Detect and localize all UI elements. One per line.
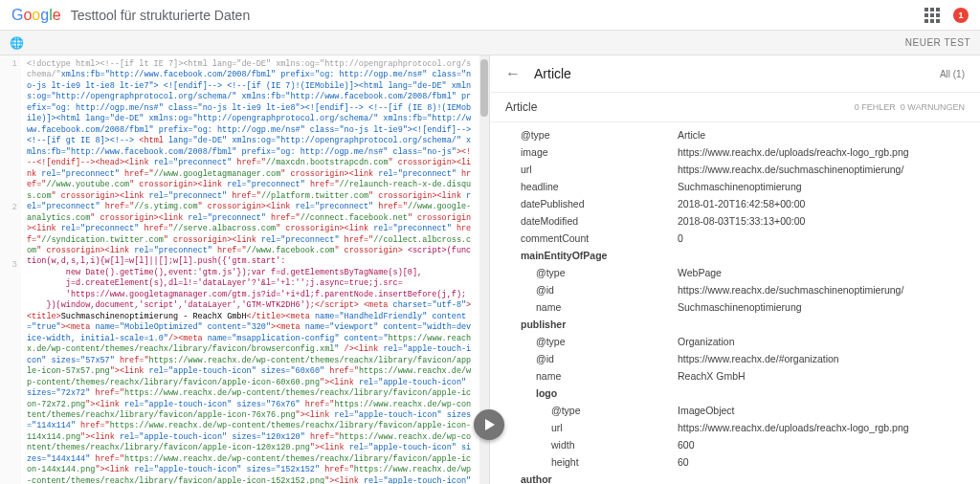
prop-key: width xyxy=(551,439,678,451)
tool-title: Testtool für strukturierte Daten xyxy=(71,8,251,23)
property-row: commentCount0 xyxy=(490,230,980,247)
prop-key: dateModified xyxy=(521,215,678,227)
property-row: mainEntityOfPage xyxy=(490,247,980,264)
back-arrow-icon[interactable]: ← xyxy=(505,65,521,82)
prop-key: @type xyxy=(521,129,678,141)
prop-key: commentCount xyxy=(521,232,678,244)
prop-key: author xyxy=(521,473,678,484)
apps-icon[interactable] xyxy=(924,8,940,23)
globe-icon[interactable]: 🌐 xyxy=(10,36,24,50)
property-row: datePublished2018-01-20T16:42:58+00:00 xyxy=(490,195,980,212)
prop-value xyxy=(678,473,965,484)
prop-value: https://www.reachx.de/uploads/reachx-log… xyxy=(678,422,965,433)
prop-key: @id xyxy=(536,284,678,296)
property-row: @typeOrganization xyxy=(490,333,980,350)
prop-key: url xyxy=(551,422,678,433)
prop-value: 2018-01-20T16:42:58+00:00 xyxy=(678,198,965,209)
property-row: urlhttps://www.reachx.de/suchmaschinenop… xyxy=(490,161,980,178)
prop-key: headline xyxy=(521,181,678,192)
prop-value xyxy=(678,319,965,330)
property-row: headlineSuchmaschinenoptimierung xyxy=(490,178,980,195)
prop-key: logo xyxy=(536,387,678,399)
property-row: @typeImageObject xyxy=(490,402,980,419)
prop-value: 60 xyxy=(678,456,965,468)
prop-value: ImageObject xyxy=(678,405,965,416)
new-test-button[interactable]: NEUER TEST xyxy=(905,37,970,48)
property-row: @typeWebPage xyxy=(490,264,980,281)
prop-key: @type xyxy=(536,336,678,347)
prop-value: ReachX GmbH xyxy=(678,370,965,382)
error-count: 0 FEHLER xyxy=(855,102,896,112)
line-gutter: 123 xyxy=(0,55,21,484)
app-header: Google Testtool für strukturierte Daten … xyxy=(0,0,980,31)
source-panel: 123 <!doctype html><!--[if lt IE 7]><htm… xyxy=(0,55,490,484)
prop-key: name xyxy=(536,301,678,313)
property-row: @idhttps://www.reachx.de/suchmaschinenop… xyxy=(490,281,980,298)
prop-value: WebPage xyxy=(678,267,965,278)
property-row: logo xyxy=(490,385,980,402)
property-row: height60 xyxy=(490,453,980,471)
property-row: author xyxy=(490,471,980,484)
prop-key: height xyxy=(551,456,678,468)
prop-value xyxy=(678,387,965,399)
prop-key: publisher xyxy=(521,319,678,330)
prop-value: 0 xyxy=(678,232,965,244)
prop-value: Suchmaschinenoptimierung xyxy=(678,301,965,313)
prop-value xyxy=(678,250,965,261)
source-code[interactable]: <!doctype html><!--[if lt IE 7]><html la… xyxy=(21,55,479,484)
prop-key: @type xyxy=(551,405,678,416)
property-row: imagehttps://www.reachx.de/uploads/reach… xyxy=(490,143,980,161)
property-row: urlhttps://www.reachx.de/uploads/reachx-… xyxy=(490,419,980,436)
prop-value: https://www.reachx.de/suchmaschinenoptim… xyxy=(678,164,965,175)
property-row: nameSuchmaschinenoptimierung xyxy=(490,298,980,316)
prop-value: https://www.reachx.de/uploads/reachx-log… xyxy=(678,146,965,158)
prop-value: https://www.reachx.de/#organization xyxy=(678,353,965,364)
property-row: @typeArticle xyxy=(490,126,980,143)
scroll-thumb[interactable] xyxy=(480,59,488,117)
run-test-button[interactable] xyxy=(474,409,504,440)
prop-value: 600 xyxy=(678,439,965,451)
prop-key: name xyxy=(536,370,678,382)
prop-value: https://www.reachx.de/suchmaschinenoptim… xyxy=(678,284,965,296)
warning-count: 0 WARNUNGEN xyxy=(901,102,965,112)
prop-key: mainEntityOfPage xyxy=(521,250,678,261)
property-row: publisher xyxy=(490,316,980,333)
prop-value: Organization xyxy=(678,336,965,347)
property-row: dateModified2018-08-03T15:33:13+00:00 xyxy=(490,212,980,230)
prop-key: datePublished xyxy=(521,198,678,209)
section-title: Article xyxy=(505,100,537,114)
results-panel: ← Article All (1) Article 0 FEHLER 0 WAR… xyxy=(490,55,980,484)
property-row: width600 xyxy=(490,436,980,453)
property-row: @idhttps://www.reachx.de/#organization xyxy=(490,350,980,367)
prop-value: Suchmaschinenoptimierung xyxy=(678,181,965,192)
prop-key: url xyxy=(521,164,678,175)
notification-badge[interactable]: 1 xyxy=(953,8,969,23)
google-logo: Google xyxy=(11,7,61,24)
prop-value: Article xyxy=(678,129,965,141)
toolbar: 🌐 NEUER TEST xyxy=(0,31,980,55)
result-title: Article xyxy=(534,66,940,81)
prop-value: 2018-08-03T15:33:13+00:00 xyxy=(678,215,965,227)
property-row: nameReachX GmbH xyxy=(490,367,980,385)
tab-all[interactable]: All (1) xyxy=(940,69,965,79)
prop-key: @id xyxy=(536,353,678,364)
prop-key: @type xyxy=(536,267,678,278)
properties-list: @typeArticleimagehttps://www.reachx.de/u… xyxy=(490,122,980,484)
prop-key: image xyxy=(521,146,678,158)
